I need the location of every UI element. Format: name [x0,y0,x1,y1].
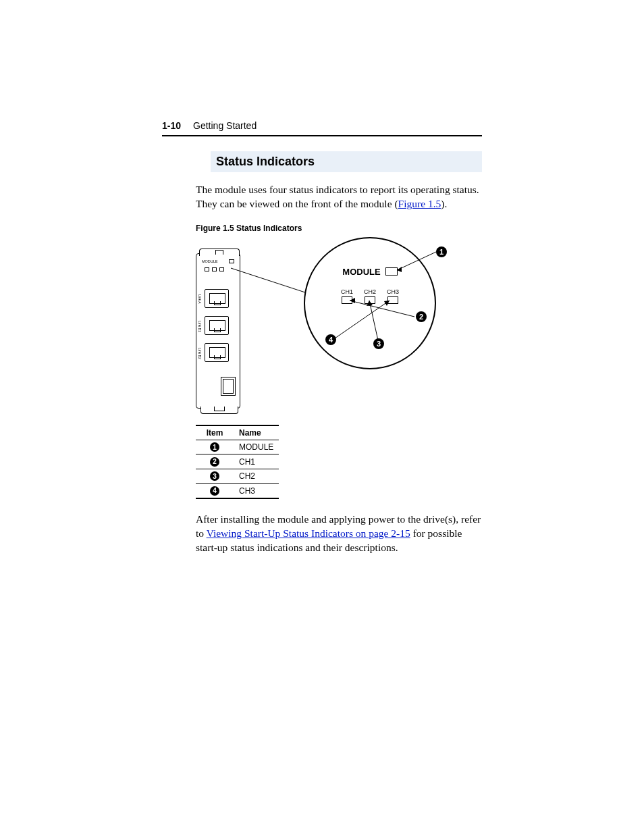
intro-paragraph: The module uses four status indicators t… [196,183,482,211]
leader-lines [196,237,486,419]
figure-caption: Figure 1.5 Status Indicators [196,224,482,233]
table-row: 3 CH2 [196,469,279,484]
legend-bullet-3: 3 [210,471,219,481]
chapter-title: Getting Started [193,120,257,131]
legend-name-4: CH3 [234,484,279,498]
table-row: 4 CH3 [196,484,279,498]
figure-ref-link[interactable]: Figure 1.5 [398,198,441,209]
svg-line-0 [231,268,305,292]
legend-bullet-4: 4 [210,486,219,496]
table-row: 1 MODULE [196,440,279,454]
callout-4: 4 [325,334,336,345]
svg-line-1 [397,252,436,270]
outro-paragraph: After installing the module and applying… [196,513,482,555]
svg-marker-4 [350,298,355,303]
callout-1: 1 [436,246,447,257]
page-header: 1-10 Getting Started [162,120,482,131]
legend-name-2: CH1 [234,454,279,469]
svg-marker-8 [384,301,390,306]
section-title: Status Indicators [211,151,482,172]
svg-line-3 [350,301,414,317]
callout-2: 2 [416,311,427,322]
legend-bullet-2: 2 [210,457,219,467]
table-row: 2 CH1 [196,454,279,469]
intro-post: ). [441,198,447,209]
legend-header-item: Item [196,425,234,440]
cross-ref-link[interactable]: Viewing Start-Up Status Indicators on pa… [207,527,410,539]
legend-name-3: CH2 [234,469,279,484]
header-rule [162,135,482,136]
page-number: 1-10 [162,120,181,131]
legend-header-name: Name [234,425,279,440]
legend-name-1: MODULE [234,440,279,454]
figure-1-5: MODULE Link A Link B1 Link B2 MODULE [196,237,486,419]
callout-3: 3 [373,338,384,349]
svg-marker-6 [367,301,373,306]
legend-bullet-1: 1 [210,442,219,452]
legend-table: Item Name 1 MODULE 2 CH1 3 CH2 4 CH3 [196,425,279,499]
svg-line-7 [335,301,390,338]
